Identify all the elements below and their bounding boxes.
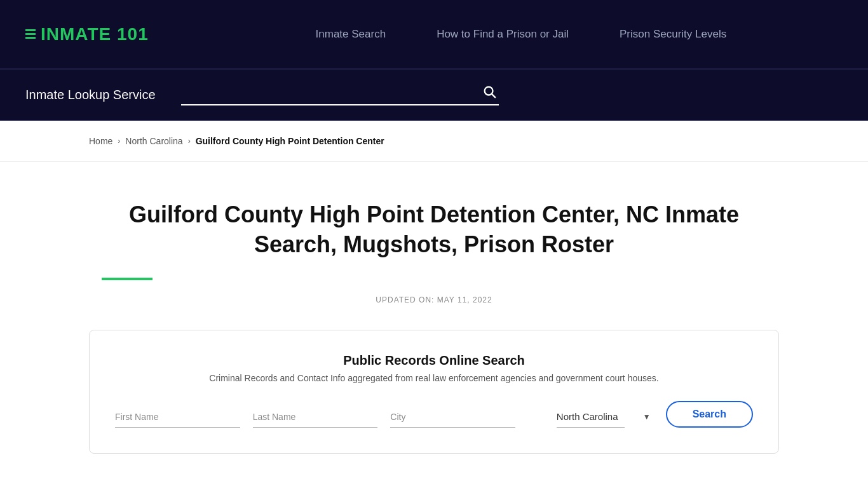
nav-links: Inmate Search How to Find a Prison or Ja… [200, 28, 843, 41]
page-title: Guilford County High Point Detention Cen… [116, 200, 752, 260]
logo-icon [25, 29, 36, 39]
first-name-input[interactable] [115, 406, 240, 428]
card-title: Public Records Online Search [115, 353, 753, 368]
nav-security-levels[interactable]: Prison Security Levels [620, 28, 726, 41]
state-select-wrapper: Alabama Alaska Arizona Arkansas Californ… [528, 406, 653, 428]
city-input[interactable] [390, 406, 515, 428]
updated-date: UPDATED ON: MAY 11, 2022 [89, 295, 779, 304]
state-select[interactable]: Alabama Alaska Arizona Arkansas Californ… [557, 406, 625, 428]
top-navigation: INMATE 101 Inmate Search How to Find a P… [0, 0, 868, 70]
search-icon [482, 85, 496, 98]
public-records-search-button[interactable]: Search [666, 401, 753, 428]
nav-inmate-search[interactable]: Inmate Search [316, 28, 386, 41]
breadcrumb-home-link[interactable]: Home [89, 136, 112, 146]
main-content: Guilford County High Point Detention Cen… [0, 162, 868, 479]
public-records-card: Public Records Online Search Criminal Re… [89, 330, 779, 454]
last-name-field [253, 406, 378, 428]
title-underline-wrapper [89, 270, 779, 280]
svg-line-1 [492, 94, 495, 97]
breadcrumb-separator-1: › [118, 137, 120, 146]
breadcrumb: Home › North Carolina › Guilford County … [89, 136, 779, 146]
state-field: Alabama Alaska Arizona Arkansas Californ… [528, 406, 653, 428]
search-submit-button[interactable] [480, 85, 499, 102]
nav-how-to-find[interactable]: How to Find a Prison or Jail [437, 28, 569, 41]
breadcrumb-state-link[interactable]: North Carolina [125, 136, 182, 146]
search-bar-label: Inmate Lookup Service [25, 88, 156, 102]
logo[interactable]: INMATE 101 [25, 24, 149, 44]
breadcrumb-current-page: Guilford County High Point Detention Cen… [196, 136, 384, 146]
green-underline-decoration [102, 278, 153, 280]
logo-text: INMATE 101 [41, 24, 149, 44]
search-input-wrapper [181, 85, 499, 105]
last-name-input[interactable] [253, 406, 378, 428]
breadcrumb-separator-2: › [188, 137, 191, 146]
search-bar-section: Inmate Lookup Service [0, 70, 868, 121]
city-field [390, 406, 515, 428]
search-input[interactable] [181, 85, 480, 102]
first-name-field [115, 406, 240, 428]
card-subtitle: Criminal Records and Contact Info aggreg… [115, 373, 753, 383]
breadcrumb-section: Home › North Carolina › Guilford County … [0, 121, 868, 162]
search-form: Alabama Alaska Arizona Arkansas Californ… [115, 401, 753, 428]
